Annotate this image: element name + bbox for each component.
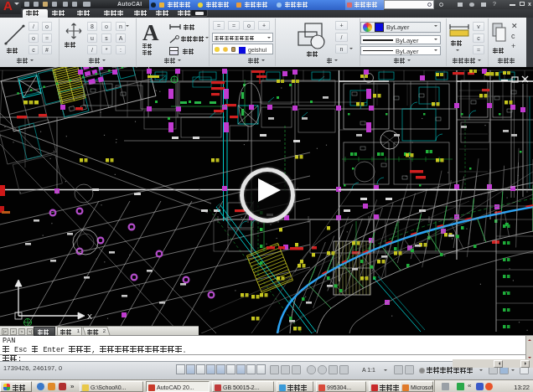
svg-text:X: X: [87, 312, 92, 321]
